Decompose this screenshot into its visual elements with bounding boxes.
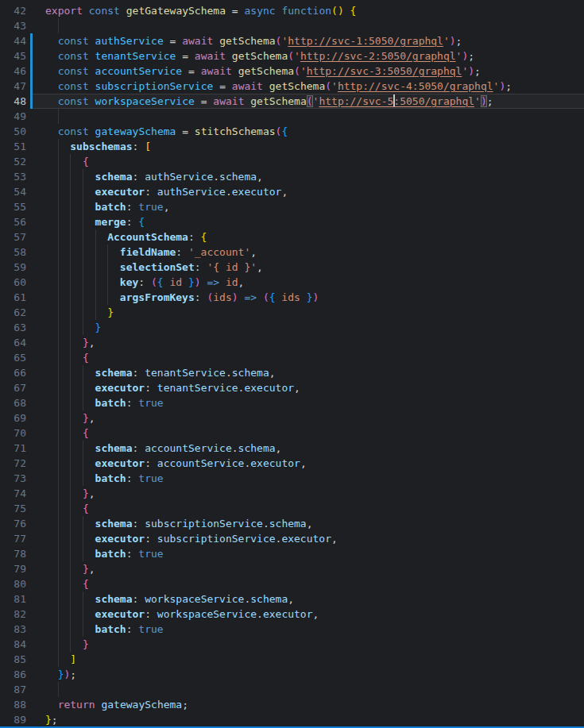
code-line[interactable]: 74},	[0, 486, 584, 501]
line-number[interactable]: 57	[0, 229, 26, 245]
line-number[interactable]: 60	[0, 275, 26, 290]
code-line[interactable]: 73batch: true	[0, 471, 584, 486]
line-number[interactable]: 88	[0, 697, 26, 712]
line-number[interactable]: 67	[0, 380, 26, 395]
line-number[interactable]: 63	[0, 320, 26, 335]
line-number[interactable]: 53	[0, 169, 26, 184]
line-number[interactable]: 48	[0, 94, 26, 109]
line-number[interactable]: 46	[0, 64, 26, 79]
line-number[interactable]: 74	[0, 486, 26, 501]
code-line[interactable]: 64},	[0, 335, 584, 350]
code-line[interactable]: 45const tenantService = await getSchema(…	[0, 48, 584, 64]
line-number[interactable]: 68	[0, 395, 26, 410]
line-number[interactable]: 61	[0, 290, 26, 305]
code-line[interactable]: 79},	[0, 561, 584, 576]
code-line[interactable]: 42export const getGatewaySchema = async …	[0, 3, 584, 18]
code-line[interactable]: 72executor: accountService.executor,	[0, 456, 584, 471]
code-line[interactable]: 61argsFromKeys: (ids) => ({ ids })	[0, 290, 584, 305]
line-number[interactable]: 82	[0, 607, 26, 622]
code-line[interactable]: 70{	[0, 426, 584, 441]
code-line[interactable]: 59selectionSet: '{ id }',	[0, 260, 584, 275]
code-line[interactable]: 77executor: subscriptionService.executor…	[0, 531, 584, 546]
code-line[interactable]: 88return gatewaySchema;	[0, 697, 584, 712]
code-line[interactable]: 66schema: tenantService.schema,	[0, 365, 584, 380]
code-line[interactable]: 82executor: workspaceService.executor,	[0, 607, 584, 622]
code-line[interactable]: 43	[0, 18, 584, 33]
line-number[interactable]: 83	[0, 622, 26, 637]
code-line[interactable]: 87	[0, 682, 584, 697]
code-line[interactable]: 85]	[0, 652, 584, 667]
code-line[interactable]: 56merge: {	[0, 214, 584, 229]
code-line[interactable]: 78batch: true	[0, 546, 584, 561]
line-number[interactable]: 43	[0, 18, 26, 33]
code-line[interactable]: 50const gatewaySchema = stitchSchemas({	[0, 124, 584, 139]
line-number[interactable]: 44	[0, 33, 26, 48]
line-number[interactable]: 55	[0, 199, 26, 214]
line-number[interactable]: 45	[0, 48, 26, 64]
line-number[interactable]: 80	[0, 576, 26, 591]
code-line[interactable]: 44const authService = await getSchema('h…	[0, 33, 584, 48]
line-number[interactable]: 47	[0, 79, 26, 94]
line-number[interactable]: 89	[0, 712, 26, 727]
code-line[interactable]: 49	[0, 109, 584, 124]
line-number[interactable]: 50	[0, 124, 26, 139]
code-line[interactable]: 80{	[0, 576, 584, 591]
line-number[interactable]: 51	[0, 139, 26, 154]
code-line[interactable]: 63}	[0, 320, 584, 335]
code-line[interactable]: 47const subscriptionService = await getS…	[0, 79, 584, 94]
line-number[interactable]: 79	[0, 561, 26, 576]
line-number[interactable]: 66	[0, 365, 26, 380]
code-line[interactable]: 71schema: accountService.schema,	[0, 441, 584, 456]
code-line[interactable]: 57AccountSchema: {	[0, 229, 584, 245]
line-number[interactable]: 78	[0, 546, 26, 561]
code-line[interactable]: 69},	[0, 410, 584, 426]
line-number[interactable]: 65	[0, 350, 26, 365]
code-line[interactable]: 81schema: workspaceService.schema,	[0, 591, 584, 607]
line-number[interactable]: 72	[0, 456, 26, 471]
indent-guide	[58, 682, 71, 697]
line-number[interactable]: 81	[0, 591, 26, 607]
line-number[interactable]: 73	[0, 471, 26, 486]
line-number[interactable]: 59	[0, 260, 26, 275]
line-number[interactable]: 77	[0, 531, 26, 546]
code-line[interactable]: 53schema: authService.schema,	[0, 169, 584, 184]
line-number[interactable]: 87	[0, 682, 26, 697]
code-line[interactable]: 68batch: true	[0, 395, 584, 410]
code-line[interactable]: 75{	[0, 501, 584, 516]
code-line[interactable]: 60key: ({ id }) => id,	[0, 275, 584, 290]
code-line[interactable]: 52{	[0, 154, 584, 169]
line-number[interactable]: 75	[0, 501, 26, 516]
line-number[interactable]: 49	[0, 109, 26, 124]
line-number[interactable]: 42	[0, 3, 26, 18]
code-line[interactable]: 46const accountService = await getSchema…	[0, 64, 584, 79]
line-number[interactable]: 52	[0, 154, 26, 169]
line-number[interactable]: 84	[0, 637, 26, 652]
code-token: stitchSchemas	[195, 125, 276, 137]
line-number[interactable]: 85	[0, 652, 26, 667]
code-line[interactable]: 51subschemas: [	[0, 139, 584, 154]
code-line[interactable]: 65{	[0, 350, 584, 365]
code-line[interactable]: 54executor: authService.executor,	[0, 184, 584, 199]
code-token: }	[107, 306, 114, 318]
line-number[interactable]: 54	[0, 184, 26, 199]
code-line[interactable]: 83batch: true	[0, 622, 584, 637]
line-number[interactable]: 56	[0, 214, 26, 229]
code-line[interactable]: 48const workspaceService = await getSche…	[0, 94, 584, 109]
line-number[interactable]: 70	[0, 426, 26, 441]
line-number[interactable]: 58	[0, 245, 26, 260]
line-number[interactable]: 76	[0, 516, 26, 531]
code-line[interactable]: 55batch: true,	[0, 199, 584, 214]
code-line[interactable]: 67executor: tenantService.executor,	[0, 380, 584, 395]
code-line[interactable]: 62}	[0, 305, 584, 320]
code-line[interactable]: 58fieldName: '_account',	[0, 245, 584, 260]
code-area[interactable]: 42export const getGatewaySchema = async …	[0, 3, 584, 727]
line-number[interactable]: 69	[0, 410, 26, 426]
code-line[interactable]: 84}	[0, 637, 584, 652]
line-number[interactable]: 62	[0, 305, 26, 320]
line-number[interactable]: 64	[0, 335, 26, 350]
line-number[interactable]: 71	[0, 441, 26, 456]
code-line[interactable]: 89};	[0, 712, 584, 727]
code-line[interactable]: 76schema: subscriptionService.schema,	[0, 516, 584, 531]
code-line[interactable]: 86});	[0, 667, 584, 682]
line-number[interactable]: 86	[0, 667, 26, 682]
